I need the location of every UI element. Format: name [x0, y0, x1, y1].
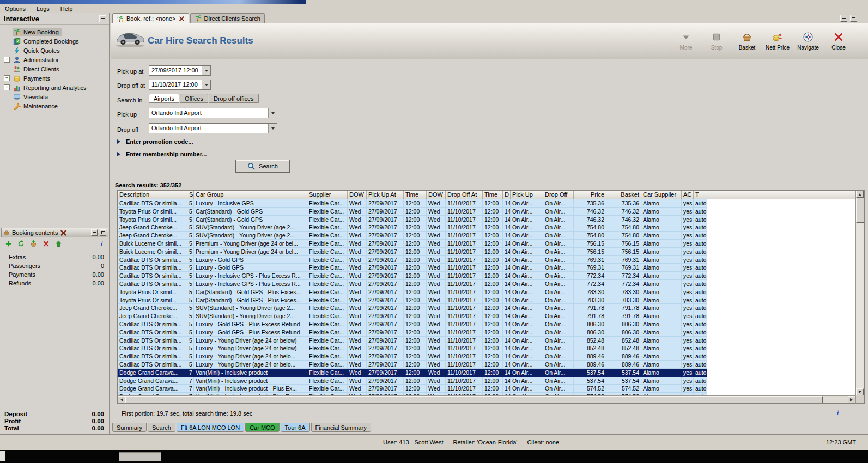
result-row[interactable]: Cadillac DTS Or simila...5Luxury - Gold … — [118, 256, 855, 264]
basket-button[interactable]: Basket — [734, 26, 760, 56]
nett-price-button[interactable]: Nett Price — [764, 26, 791, 56]
bottom-tab-car-mco[interactable]: Car MCO — [245, 423, 279, 432]
sidebar-item-viewdata[interactable]: Viewdata — [0, 92, 109, 101]
result-row[interactable]: Toyota Prius Or simil...5Car(Standard) -… — [118, 216, 855, 224]
refresh-button[interactable] — [17, 240, 25, 248]
search-in-tab-drop-off-offices[interactable]: Drop off offices — [209, 94, 259, 103]
column-header-drop-off-12[interactable]: Drop Off — [543, 191, 574, 199]
pickup-at-select[interactable]: 27/09/2017 12:00 — [149, 65, 211, 76]
sidebar-item-administrator[interactable]: +Administrator — [0, 55, 109, 64]
result-row[interactable]: Toyota Prius Or simil...5Car(Standard) -… — [118, 288, 855, 296]
column-header-car-supplier-15[interactable]: Car Supplier — [641, 191, 682, 199]
dropdown-icon[interactable] — [268, 108, 277, 118]
pickup-select[interactable]: Orlando Intl Airport — [149, 108, 277, 118]
search-in-tab-airports[interactable]: Airports — [149, 94, 179, 103]
column-header-d-10[interactable]: D — [503, 191, 511, 199]
membership-number-toggle[interactable]: Enter membership number... — [117, 151, 207, 157]
column-header-pick-up-11[interactable]: Pick Up — [511, 191, 543, 199]
result-row[interactable]: Buick Lucerne Or simil...5Premium - Youn… — [118, 240, 855, 248]
scrollbar-thumb[interactable] — [856, 198, 864, 223]
booking-contents-row-passengers[interactable]: Passengers0 — [1, 261, 108, 270]
result-row[interactable]: Dodge Grand Carava...7Van(Mini) - Inclus… — [118, 385, 855, 393]
maximize-view-button[interactable] — [850, 15, 857, 22]
expander-icon[interactable]: + — [4, 57, 10, 63]
result-row[interactable]: Dodge Grand Carava...7Van(Mini) - Inclus… — [118, 377, 855, 385]
result-row[interactable]: Buick Lucerne Or simil...5Premium - Youn… — [118, 248, 855, 256]
result-row[interactable]: Cadillac DTS Or simila...5Luxury - Young… — [118, 361, 855, 369]
bottom-tab-summary[interactable]: Summary — [112, 423, 147, 432]
dropdown-icon[interactable] — [202, 66, 210, 75]
result-row[interactable]: Jeep Grand Cheroke...5SUV(Standard) - Yo… — [118, 232, 855, 240]
scroll-left-icon[interactable] — [118, 396, 125, 403]
scroll-up-icon[interactable] — [856, 191, 864, 198]
horizontal-scrollbar[interactable] — [118, 395, 855, 403]
search-button[interactable]: Search — [236, 160, 289, 172]
dropoff-at-select[interactable]: 11/10/2017 12:00 — [149, 80, 211, 90]
sidebar-item-new-booking[interactable]: New Booking — [0, 27, 109, 36]
result-row[interactable]: Jeep Grand Cheroke...5SUV(Standard) - Yo… — [118, 312, 855, 320]
column-header-s-1[interactable]: S — [187, 191, 194, 199]
column-header-pick-up-at-5[interactable]: Pick Up At — [367, 191, 404, 199]
column-header-price-13[interactable]: Price — [574, 191, 606, 199]
sidebar-item-payments[interactable]: +Payments — [0, 74, 109, 83]
expander-icon[interactable]: + — [4, 75, 10, 81]
sidebar-item-maintenance[interactable]: Maintenance — [0, 101, 109, 111]
menu-logs[interactable]: Logs — [37, 5, 50, 12]
column-header-ac-16[interactable]: AC — [682, 191, 694, 199]
column-header-dow-4[interactable]: DOW — [348, 191, 367, 199]
result-row[interactable]: Toyota Prius Or simil...5Car(Standard) -… — [118, 208, 855, 216]
maximize-panel-button[interactable] — [100, 229, 106, 236]
result-row[interactable]: Toyota Prius Or simil...5Car(Standard) -… — [118, 296, 855, 304]
column-header-time-6[interactable]: Time — [404, 191, 427, 199]
bottom-tab-flt-6a-lon-mco-lon[interactable]: Flt 6A LON MCO LON — [177, 423, 244, 432]
booking-contents-row-refunds[interactable]: Refunds0.00 — [1, 279, 108, 288]
menu-options[interactable]: Options — [5, 5, 26, 12]
result-row[interactable]: Jeep Grand Cheroke...5SUV(Standard) - Yo… — [118, 304, 855, 312]
result-row[interactable]: Cadillac DTS Or simila...5Luxury - Inclu… — [118, 280, 855, 288]
close-panel-icon[interactable] — [60, 229, 67, 236]
info-button[interactable]: i — [97, 240, 105, 248]
column-header-description-0[interactable]: Description — [118, 191, 187, 199]
sidebar-item-quick-quotes[interactable]: Quick Quotes — [0, 46, 109, 55]
close-button[interactable]: Close — [825, 26, 852, 56]
booking-contents-row-extras[interactable]: Extras0.00 — [1, 253, 108, 261]
search-in-tab-offices[interactable]: Offices — [180, 94, 208, 103]
booking-contents-row-payments[interactable]: Payments0.00 — [1, 270, 108, 279]
column-header-basket-14[interactable]: Basket — [606, 191, 641, 199]
expander-icon[interactable]: + — [4, 84, 10, 90]
column-header-time-9[interactable]: Time — [483, 191, 503, 199]
vertical-scrollbar[interactable] — [855, 191, 864, 403]
dropdown-icon[interactable] — [202, 80, 210, 89]
dropdown-icon[interactable] — [268, 124, 277, 133]
result-row[interactable]: Jeep Grand Cheroke...5SUV(Standard) - Yo… — [118, 223, 855, 232]
minimize-view-button[interactable] — [840, 15, 847, 22]
scroll-right-icon[interactable] — [848, 396, 855, 403]
sidebar-item-direct-clients[interactable]: Direct Clients — [0, 64, 109, 74]
column-header-dow-7[interactable]: DOW — [427, 191, 446, 199]
bottom-tab-search[interactable]: Search — [148, 423, 175, 432]
column-header-car-group-2[interactable]: Car Group — [194, 191, 307, 199]
sidebar-item-reporting-and-analytics[interactable]: +Reporting and Analytics — [0, 83, 109, 92]
column-header-supplier-3[interactable]: Supplier — [307, 191, 348, 199]
bottom-tab-financial-summary[interactable]: Financial Summary — [311, 423, 371, 432]
bottom-tab-tour-6a[interactable]: Tour 6A — [281, 423, 310, 432]
result-row[interactable]: Dodge Grand Carava...7Van(Mini) - Inclus… — [118, 369, 855, 377]
column-header-drop-off-at-8[interactable]: Drop Off At — [446, 191, 483, 199]
delete-button[interactable] — [42, 240, 50, 248]
workspace-tab-book-ref-none[interactable]: Book. ref.: <none> — [112, 13, 189, 23]
result-row[interactable]: Cadillac DTS Or simila...5Luxury - Inclu… — [118, 199, 855, 208]
minimize-panel-button[interactable] — [91, 229, 98, 236]
close-tab-icon[interactable] — [179, 16, 185, 22]
collapse-sidebar-button[interactable] — [99, 15, 106, 22]
menu-help[interactable]: Help — [60, 5, 73, 12]
promote-button[interactable] — [54, 240, 63, 248]
column-header-t-17[interactable]: T — [694, 191, 707, 199]
result-row[interactable]: Cadillac DTS Or simila...5Luxury - Gold … — [118, 328, 855, 337]
result-row[interactable]: Cadillac DTS Or simila...5Luxury - Young… — [118, 352, 855, 361]
scrollbar-thumb[interactable] — [125, 396, 823, 403]
add-to-basket-button[interactable] — [29, 240, 38, 248]
taskbar-item[interactable] — [119, 452, 161, 461]
scroll-down-icon[interactable] — [856, 388, 864, 395]
result-row[interactable]: Cadillac DTS Or simila...5Luxury - Gold … — [118, 264, 855, 272]
result-row[interactable]: Cadillac DTS Or simila...5Luxury - Inclu… — [118, 272, 855, 280]
